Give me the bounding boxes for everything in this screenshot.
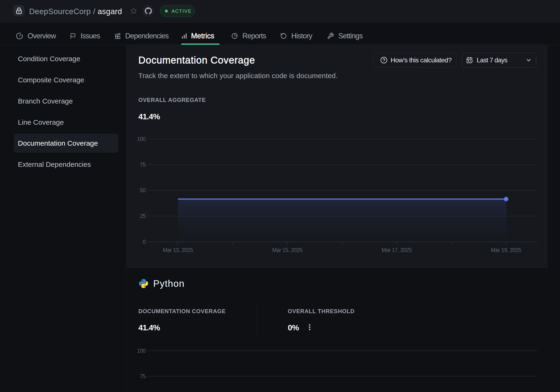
svg-text:75: 75 — [140, 162, 146, 168]
svg-text:50: 50 — [140, 187, 146, 193]
svg-text:Mar 15, 2025: Mar 15, 2025 — [272, 247, 302, 253]
svg-text:25: 25 — [140, 213, 146, 219]
svg-text:0: 0 — [143, 239, 146, 245]
svg-text:Mar 19, 2025: Mar 19, 2025 — [491, 247, 521, 253]
svg-text:100: 100 — [137, 136, 146, 142]
svg-text:Mar 13, 2025: Mar 13, 2025 — [163, 247, 193, 253]
svg-text:75: 75 — [140, 373, 146, 379]
svg-text:Mar 17, 2025: Mar 17, 2025 — [382, 247, 412, 253]
svg-text:100: 100 — [137, 348, 146, 354]
